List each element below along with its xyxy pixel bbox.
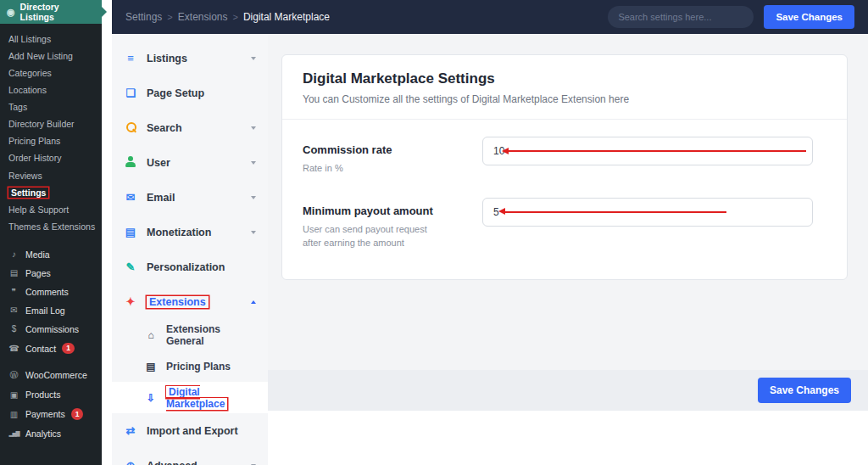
sidebar-item-payments[interactable]: ▥ Payments 1 bbox=[0, 404, 102, 424]
user-icon bbox=[124, 156, 137, 169]
admin-sidebar-submenu: All Listings Add New Listing Categories … bbox=[0, 24, 102, 240]
chevron-down-icon bbox=[251, 57, 256, 60]
chevron-down-icon bbox=[251, 161, 256, 165]
nav-label: Advanced bbox=[147, 460, 242, 465]
commissions-icon: $ bbox=[8, 324, 19, 333]
breadcrumb-current-page: Digital Marketplace bbox=[243, 11, 330, 23]
settings-nav-item-digital-marketplace[interactable]: ⇩ Digital Marketplace bbox=[112, 382, 268, 413]
page-background bbox=[268, 411, 868, 465]
home-icon: ⌂ bbox=[144, 330, 158, 340]
breadcrumb-separator: > bbox=[233, 12, 238, 22]
page-title: Digital Marketplace Settings bbox=[303, 70, 826, 87]
save-changes-button-bottom[interactable]: Save Changes bbox=[758, 378, 851, 403]
menu-label: WooCommerce bbox=[25, 370, 87, 380]
sidebar-item-products[interactable]: ▣ Products bbox=[0, 385, 102, 404]
topbar: Settings > Extensions > Digital Marketpl… bbox=[112, 0, 868, 34]
commission-rate-row: Commission rate Rate in % bbox=[303, 137, 813, 176]
sidebar-item-pages[interactable]: ▤ Pages bbox=[0, 264, 102, 283]
sidebar-item-settings[interactable]: Settings bbox=[0, 184, 102, 201]
settings-nav-item-page-setup[interactable]: ❏ Page Setup bbox=[112, 76, 268, 110]
menu-label: Media bbox=[25, 249, 50, 260]
sidebar-item-pricing-plans[interactable]: Pricing Plans bbox=[0, 132, 102, 149]
settings-nav-item-search[interactable]: Search bbox=[112, 110, 268, 145]
settings-card: Digital Marketplace Settings You can Cus… bbox=[281, 54, 848, 280]
sidebar-item-directory-builder[interactable]: Directory Builder bbox=[0, 115, 102, 132]
chevron-down-icon bbox=[251, 196, 256, 199]
settings-annotation-box: Settings bbox=[8, 188, 48, 198]
settings-nav-item-import-export[interactable]: ⇄ Import and Export bbox=[112, 413, 268, 448]
menu-label: Commissions bbox=[25, 324, 79, 334]
minimum-payout-input[interactable] bbox=[482, 198, 813, 227]
page-setup-icon: ❏ bbox=[124, 87, 137, 98]
sidebar-item-reviews[interactable]: Reviews bbox=[0, 167, 102, 184]
settings-nav-item-pricing-plans[interactable]: ▤ Pricing Plans bbox=[112, 350, 268, 382]
commission-rate-label: Commission rate bbox=[303, 143, 482, 156]
sidebar-item-analytics[interactable]: ▂▅▇ Analytics bbox=[0, 424, 102, 443]
payments-icon: ▥ bbox=[8, 410, 19, 419]
nav-label: Pricing Plans bbox=[166, 361, 256, 373]
comments-icon: ❞ bbox=[8, 287, 19, 296]
page-subtitle: You can Customize all the settings of Di… bbox=[303, 93, 826, 105]
chevron-down-icon bbox=[251, 231, 256, 234]
nav-label: User bbox=[147, 157, 242, 169]
sidebar-item-commissions[interactable]: $ Commissions bbox=[0, 320, 102, 339]
menu-label: Comments bbox=[25, 287, 69, 297]
breadcrumb-settings[interactable]: Settings bbox=[125, 11, 162, 23]
pricing-plans-icon: ▤ bbox=[144, 361, 158, 372]
save-changes-button-top[interactable]: Save Changes bbox=[764, 5, 854, 29]
settings-nav-item-email[interactable]: ✉ Email bbox=[112, 180, 268, 215]
directory-listings-icon: ◉ bbox=[7, 7, 15, 18]
sidebar-item-all-listings[interactable]: All Listings bbox=[0, 31, 102, 48]
advanced-icon: ⊕ bbox=[124, 460, 137, 465]
settings-nav-item-monetization[interactable]: ▤ Monetization bbox=[112, 215, 268, 249]
content-row: ≡ Listings ❏ Page Setup Search User bbox=[112, 34, 868, 465]
import-export-icon: ⇄ bbox=[124, 425, 137, 436]
minimum-payout-input-wrap bbox=[482, 198, 813, 250]
sidebar-item-media[interactable]: ♪ Media bbox=[0, 245, 102, 264]
extensions-annotation-box: Extensions bbox=[147, 296, 209, 308]
sidebar-item-locations[interactable]: Locations bbox=[0, 81, 102, 98]
sidebar-item-categories[interactable]: Categories bbox=[0, 64, 102, 81]
sidebar-item-comments[interactable]: ❞ Comments bbox=[0, 283, 102, 301]
settings-nav-item-extensions[interactable]: ✦ Extensions bbox=[112, 284, 268, 319]
settings-nav-item-advanced[interactable]: ⊕ Advanced bbox=[112, 448, 268, 465]
search-icon bbox=[124, 121, 137, 135]
nav-label: Page Setup bbox=[147, 87, 256, 99]
email-log-icon: ✉ bbox=[8, 305, 19, 315]
breadcrumb-extensions[interactable]: Extensions bbox=[178, 11, 228, 23]
settings-nav-item-user[interactable]: User bbox=[112, 145, 268, 180]
sidebar-item-add-new-listing[interactable]: Add New Listing bbox=[0, 48, 102, 64]
nav-label: Extensions General bbox=[166, 323, 256, 347]
digital-marketplace-annotation-box: Digital Marketplace bbox=[166, 386, 227, 410]
minimum-payout-help: User can send payout request after earni… bbox=[303, 223, 445, 250]
sidebar-item-email-log[interactable]: ✉ Email Log bbox=[0, 301, 102, 320]
extensions-icon: ✦ bbox=[124, 296, 137, 307]
settings-search-input[interactable] bbox=[608, 6, 754, 28]
nav-label: Monetization bbox=[147, 227, 242, 238]
main-column: Settings > Extensions > Digital Marketpl… bbox=[102, 0, 868, 465]
contact-count-badge: 1 bbox=[62, 343, 75, 355]
nav-label: Search bbox=[147, 122, 242, 134]
commission-rate-input[interactable] bbox=[482, 137, 813, 165]
chevron-up-icon bbox=[251, 300, 256, 304]
settings-nav-item-listings[interactable]: ≡ Listings bbox=[112, 41, 268, 76]
chevron-down-icon bbox=[251, 126, 256, 130]
email-icon: ✉ bbox=[124, 192, 137, 203]
breadcrumb-separator: > bbox=[167, 12, 172, 22]
settings-nav-item-extensions-general[interactable]: ⌂ Extensions General bbox=[112, 319, 268, 350]
listings-icon: ≡ bbox=[124, 53, 137, 64]
sidebar-item-contact[interactable]: ☎ Contact 1 bbox=[0, 339, 102, 359]
settings-nav-item-personalization[interactable]: ✎ Personalization bbox=[112, 249, 268, 284]
sidebar-item-directory-listings[interactable]: ◉ Directory Listings bbox=[0, 0, 102, 24]
sidebar-item-help-support[interactable]: Help & Support bbox=[0, 201, 102, 218]
sidebar-item-woocommerce[interactable]: Ⓦ WooCommerce bbox=[0, 365, 102, 385]
products-icon: ▣ bbox=[8, 390, 19, 400]
sidebar-item-tags[interactable]: Tags bbox=[0, 98, 102, 115]
analytics-icon: ▂▅▇ bbox=[8, 430, 19, 437]
personalization-icon: ✎ bbox=[124, 261, 137, 272]
sidebar-item-themes-extensions[interactable]: Themes & Extensions bbox=[0, 218, 102, 235]
nav-label: Import and Export bbox=[147, 425, 256, 437]
admin-sidebar-menu: ♪ Media ▤ Pages ❞ Comments ✉ Email Log $… bbox=[0, 240, 102, 448]
settings-main: Digital Marketplace Settings You can Cus… bbox=[268, 34, 868, 465]
sidebar-item-order-history[interactable]: Order History bbox=[0, 149, 102, 166]
